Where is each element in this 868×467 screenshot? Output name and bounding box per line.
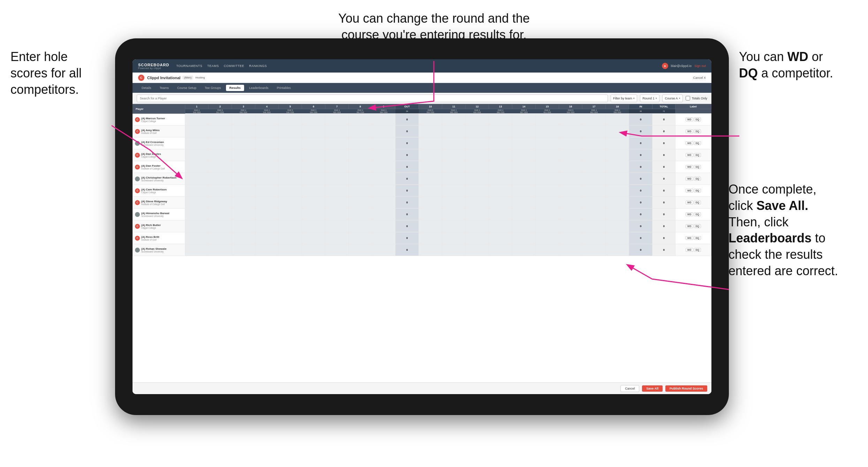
score-cell-hole-10[interactable] (419, 114, 442, 126)
score-cell-hole-8[interactable] (349, 232, 372, 244)
score-cell-hole-10[interactable] (419, 126, 442, 137)
score-cell-hole-17[interactable] (582, 126, 606, 137)
score-input-hole-8[interactable] (356, 116, 364, 123)
score-input-hole-3[interactable] (239, 116, 248, 123)
score-input-hole-6[interactable] (309, 164, 318, 171)
nav-tournaments[interactable]: TOURNAMENTS (176, 64, 202, 68)
score-input-hole-12[interactable] (473, 140, 481, 147)
score-cell-hole-8[interactable] (349, 114, 372, 126)
score-input-hole-9[interactable] (379, 223, 388, 230)
score-input-hole-5[interactable] (286, 140, 294, 147)
score-input-hole-13[interactable] (496, 235, 505, 242)
score-input-hole-14[interactable] (520, 235, 528, 242)
score-cell-hole-16[interactable] (559, 185, 582, 197)
score-cell-hole-6[interactable] (302, 232, 325, 244)
score-cell-hole-12[interactable] (466, 197, 489, 209)
score-input-hole-12[interactable] (473, 247, 481, 254)
score-input-hole-12[interactable] (473, 152, 481, 159)
score-input-hole-3[interactable] (239, 164, 248, 171)
dq-button[interactable]: DQ (694, 177, 701, 181)
score-input-hole-16[interactable] (566, 235, 575, 242)
score-input-hole-4[interactable] (263, 187, 271, 194)
score-cell-hole-14[interactable] (512, 185, 536, 197)
score-input-hole-8[interactable] (356, 164, 364, 171)
score-cell-hole-10[interactable] (419, 149, 442, 161)
score-input-hole-7[interactable] (333, 211, 341, 218)
score-input-hole-17[interactable] (590, 223, 598, 230)
score-cell-hole-1[interactable] (185, 161, 209, 173)
score-cell-hole-15[interactable] (536, 173, 559, 185)
score-cell-hole-9[interactable] (372, 209, 395, 220)
score-cell-hole-1[interactable] (185, 220, 209, 232)
nav-rankings[interactable]: RANKINGS (249, 64, 267, 68)
score-input-hole-15[interactable] (543, 187, 551, 194)
score-input-hole-3[interactable] (239, 235, 248, 242)
score-cell-hole-16[interactable] (559, 209, 582, 220)
score-cell-hole-17[interactable] (582, 197, 606, 209)
score-cell-hole-16[interactable] (559, 197, 582, 209)
totals-only-checkbox[interactable] (686, 96, 690, 100)
score-input-hole-17[interactable] (590, 164, 598, 171)
score-input-hole-10[interactable] (426, 164, 435, 171)
score-cell-hole-12[interactable] (466, 209, 489, 220)
score-cell-hole-15[interactable] (536, 137, 559, 149)
score-input-hole-11[interactable] (450, 247, 458, 254)
score-input-hole-7[interactable] (333, 140, 341, 147)
score-cell-hole-4[interactable] (255, 161, 279, 173)
score-cell-hole-2[interactable] (209, 232, 232, 244)
score-cell-hole-1[interactable] (185, 126, 209, 137)
score-input-hole-10[interactable] (426, 247, 435, 254)
score-cell-hole-8[interactable] (349, 197, 372, 209)
score-input-hole-6[interactable] (309, 128, 318, 135)
score-input-hole-1[interactable] (193, 152, 201, 159)
score-cell-hole-14[interactable] (512, 114, 536, 126)
score-cell-hole-15[interactable] (536, 161, 559, 173)
score-input-hole-2[interactable] (216, 140, 224, 147)
score-input-hole-10[interactable] (426, 211, 435, 218)
score-cell-hole-7[interactable] (325, 149, 349, 161)
score-input-hole-4[interactable] (263, 199, 271, 206)
score-cell-hole-5[interactable] (279, 197, 302, 209)
score-input-hole-4[interactable] (263, 128, 271, 135)
score-cell-hole-18[interactable] (606, 161, 629, 173)
score-input-hole-5[interactable] (286, 187, 294, 194)
score-cell-hole-3[interactable] (232, 244, 255, 256)
score-cell-hole-18[interactable] (606, 137, 629, 149)
score-input-hole-9[interactable] (379, 187, 388, 194)
score-input-hole-12[interactable] (473, 235, 481, 242)
score-cell-hole-13[interactable] (489, 114, 512, 126)
score-cell-hole-13[interactable] (489, 173, 512, 185)
score-input-hole-5[interactable] (286, 164, 294, 171)
score-cell-hole-1[interactable] (185, 173, 209, 185)
score-input-hole-1[interactable] (193, 247, 201, 254)
score-input-hole-17[interactable] (590, 235, 598, 242)
score-cell-hole-4[interactable] (255, 209, 279, 220)
score-cell-hole-14[interactable] (512, 244, 536, 256)
score-cell-hole-17[interactable] (582, 114, 606, 126)
score-cell-hole-9[interactable] (372, 137, 395, 149)
score-cell-hole-12[interactable] (466, 137, 489, 149)
score-input-hole-14[interactable] (520, 199, 528, 206)
score-input-hole-4[interactable] (263, 211, 271, 218)
score-cell-hole-17[interactable] (582, 209, 606, 220)
score-input-hole-1[interactable] (193, 140, 201, 147)
score-input-hole-7[interactable] (333, 199, 341, 206)
score-input-hole-10[interactable] (426, 152, 435, 159)
score-cell-hole-2[interactable] (209, 220, 232, 232)
score-input-hole-8[interactable] (356, 247, 364, 254)
score-cell-hole-14[interactable] (512, 173, 536, 185)
score-cell-hole-5[interactable] (279, 149, 302, 161)
score-cell-hole-4[interactable] (255, 149, 279, 161)
score-input-hole-17[interactable] (590, 211, 598, 218)
score-input-hole-1[interactable] (193, 116, 201, 123)
score-cell-hole-3[interactable] (232, 149, 255, 161)
score-cell-hole-9[interactable] (372, 161, 395, 173)
score-cell-hole-5[interactable] (279, 173, 302, 185)
score-input-hole-4[interactable] (263, 152, 271, 159)
score-cell-hole-8[interactable] (349, 173, 372, 185)
score-input-hole-4[interactable] (263, 164, 271, 171)
score-cell-hole-14[interactable] (512, 197, 536, 209)
score-cell-hole-15[interactable] (536, 197, 559, 209)
score-cell-hole-2[interactable] (209, 137, 232, 149)
score-input-hole-3[interactable] (239, 247, 248, 254)
